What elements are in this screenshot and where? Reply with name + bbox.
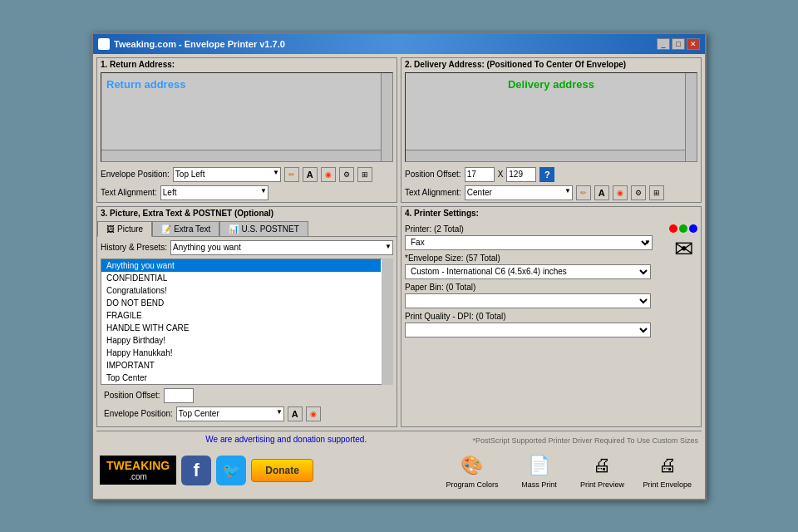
p3-envelope-select[interactable]: Top Center Top Left Top Right — [176, 406, 284, 421]
delivery-text-alignment-select[interactable]: Center Left Right — [465, 185, 573, 200]
delivery-address-text: Delivery address — [406, 73, 697, 96]
p3-pos-label: Position Offset: — [104, 391, 160, 400]
color-icon-btn2[interactable]: ◉ — [613, 185, 628, 200]
pos-offset-x-label: X — [498, 170, 504, 179]
envelope-size-row: Custom - International C6 (4.5x6.4) inch… — [405, 264, 651, 279]
picture-extra-panel: 3. Picture, Extra Text & POSTNET (Option… — [96, 206, 397, 427]
p3-pos-input[interactable] — [164, 388, 194, 403]
donate-button[interactable]: Donate — [251, 459, 313, 482]
delivery-text-align-label: Text Alignment: — [405, 188, 461, 197]
pencil-icon-btn1[interactable]: ✏ — [284, 167, 299, 182]
return-scrollbar-h[interactable] — [101, 150, 381, 161]
envelope-position-select[interactable]: Top Left Top Center Top Right — [173, 167, 281, 182]
printer-dropdown-row: Fax ▼ — [405, 235, 651, 250]
paper-bin-label: Paper Bin: (0 Total) — [405, 283, 651, 292]
list-item[interactable]: Anything you want — [101, 259, 381, 272]
tab-extra-text[interactable]: 📝 Extra Text — [152, 221, 219, 236]
dot-blue — [689, 224, 697, 233]
panel3-title: 3. Picture, Extra Text & POSTNET (Option… — [97, 207, 397, 219]
copy-icon-btn2[interactable]: ⊞ — [649, 185, 664, 200]
text-align-dropdown-wrap: Left Center Right — [160, 185, 268, 200]
list-item[interactable]: Top Center — [101, 372, 381, 384]
envelope-position-row: Envelope Position: Top Left Top Center T… — [97, 165, 397, 184]
facebook-button[interactable]: f — [181, 456, 211, 485]
presets-dropdown-container: ▼ — [170, 240, 393, 255]
printer-inner: ✉ Printer: (2 Total) Fax ▼ *Envelope Siz… — [401, 221, 701, 344]
postnet-icon: 📊 — [229, 224, 239, 234]
font-icon-p3[interactable]: A — [288, 406, 303, 421]
ad-text: We are advertising and donation supporte… — [100, 435, 473, 444]
text-icon: 📝 — [161, 224, 171, 234]
list-item[interactable]: HANDLE WITH CARE — [101, 322, 381, 334]
tab-content: History & Presets: ▼ Anything you want C… — [97, 236, 397, 426]
minimize-button[interactable]: _ — [657, 38, 670, 50]
list-item[interactable]: DO NOT BEND — [101, 297, 381, 309]
tab-postnet[interactable]: 📊 U.S. POSTNET — [219, 221, 308, 236]
print-envelope-label: Print Envelope — [643, 480, 692, 489]
list-item[interactable]: Happy Birthday! — [101, 334, 381, 347]
list-scrollbar[interactable] — [382, 259, 393, 385]
bottom-bar: We are advertising and donation supporte… — [96, 431, 702, 495]
list-item[interactable]: Happy Hanukkah! — [101, 347, 381, 359]
paper-bin-select[interactable] — [405, 293, 651, 308]
printer-icon-area: ✉ — [669, 224, 697, 263]
maximize-button[interactable]: □ — [672, 38, 685, 50]
printer-label: Printer: (2 Total) — [405, 224, 651, 234]
panel4-title: 4. Printer Settings: — [401, 207, 701, 219]
p3-env-dropdown-wrap: Top Center Top Left Top Right — [176, 406, 284, 421]
p3-env-label: Envelope Position: — [104, 409, 173, 418]
dropdown-list-container: Anything you want CONFIDENTIAL Congratul… — [101, 259, 393, 385]
twitter-icon: 🐦 — [222, 461, 240, 480]
print-envelope-button[interactable]: 🖨 Print Envelope — [636, 449, 698, 492]
delivery-scrollbar-v[interactable] — [685, 73, 697, 161]
position-offset-row: Position Offset: X ? — [401, 165, 701, 184]
list-item[interactable]: Congratulations! — [101, 284, 381, 297]
print-preview-label: Print Preview — [580, 480, 624, 489]
print-preview-button[interactable]: 🖨 Print Preview — [573, 449, 631, 492]
return-address-panel: 1. Return Address: Return address Envelo… — [96, 57, 397, 203]
presets-input[interactable] — [170, 240, 393, 255]
panel1-title: 1. Return Address: — [97, 58, 397, 71]
list-item[interactable]: CONFIDENTIAL — [101, 272, 381, 284]
help-button[interactable]: ? — [539, 167, 554, 182]
program-colors-icon: 🎨 — [459, 452, 485, 479]
mass-print-button[interactable]: 📄 Mass Print — [510, 449, 568, 492]
list-item[interactable]: FRAGILE — [101, 309, 381, 322]
settings-icon-btn1[interactable]: ⚙ — [339, 167, 354, 182]
settings-icon-btn2[interactable]: ⚙ — [631, 185, 646, 200]
color-dots — [669, 224, 697, 233]
top-panels: 1. Return Address: Return address Envelo… — [96, 57, 702, 203]
font-icon-btn2[interactable]: A — [594, 185, 609, 200]
logo-text-main: TWEAKING — [106, 459, 170, 472]
logo-text-sub: .com — [129, 472, 147, 481]
picture-icon: 🖼 — [106, 224, 115, 234]
return-address-area[interactable]: Return address — [101, 72, 393, 162]
font-icon-btn1[interactable]: A — [303, 167, 318, 182]
delivery-text-alignment-row: Text Alignment: Center Left Right ✏ A ◉ … — [401, 184, 701, 202]
pos-offset-y-input[interactable] — [506, 167, 536, 182]
color-icon-btn1[interactable]: ◉ — [321, 167, 336, 182]
text-alignment-select[interactable]: Left Center Right — [160, 185, 268, 200]
copy-icon-btn1[interactable]: ⊞ — [357, 167, 372, 182]
tab-picture[interactable]: 🖼 Picture — [97, 221, 152, 237]
twitter-button[interactable]: 🐦 — [216, 456, 246, 485]
printer-select[interactable]: Fax — [405, 235, 653, 250]
print-preview-icon: 🖨 — [589, 452, 615, 479]
list-item[interactable]: IMPORTANT — [101, 359, 381, 372]
color-icon-p3[interactable]: ◉ — [306, 406, 321, 421]
pencil-icon-btn2[interactable]: ✏ — [576, 185, 591, 200]
pos-offset-x-input[interactable] — [465, 167, 495, 182]
history-presets-row: History & Presets: ▼ — [101, 240, 393, 255]
envelope-size-select[interactable]: Custom - International C6 (4.5x6.4) inch… — [405, 264, 651, 279]
bottom-notes: We are advertising and donation supporte… — [100, 435, 698, 447]
program-colors-button[interactable]: 🎨 Program Colors — [439, 449, 505, 492]
close-button[interactable]: ✕ — [687, 38, 700, 50]
logo[interactable]: TWEAKING .com — [100, 456, 176, 485]
return-scrollbar-v[interactable] — [381, 73, 392, 161]
dot-red — [669, 224, 677, 233]
print-quality-select[interactable] — [405, 323, 651, 337]
main-window: ✉ Tweaking.com - Envelope Printer v1.7.0… — [91, 32, 707, 500]
delivery-address-area[interactable]: Delivery address — [405, 72, 697, 162]
delivery-scrollbar-h[interactable] — [406, 150, 685, 161]
presets-dropdown-list: Anything you want CONFIDENTIAL Congratul… — [101, 259, 393, 385]
